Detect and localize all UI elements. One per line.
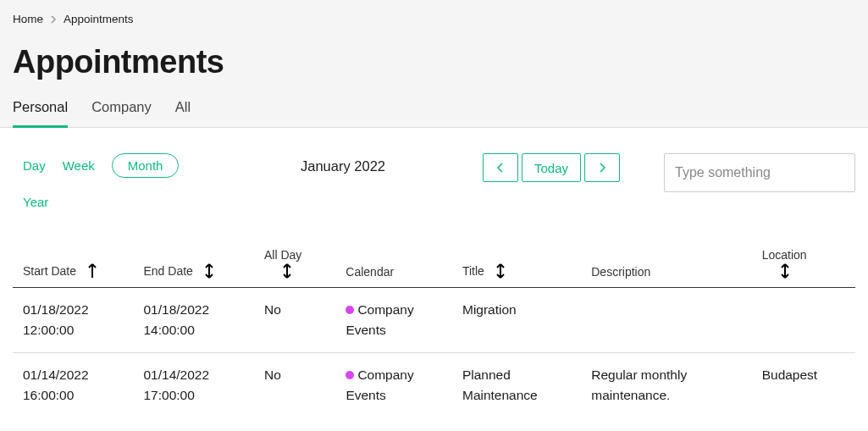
view-toggle-day[interactable]: Day <box>23 153 46 178</box>
cell-title: Migration <box>462 300 591 320</box>
cell-description: Regular monthly maintenance. <box>591 365 761 406</box>
cell-all-day: No <box>264 365 346 385</box>
sort-both-icon <box>205 263 213 279</box>
th-label: Calendar <box>346 265 394 279</box>
calendar-dot-icon <box>346 306 354 314</box>
table-row[interactable]: 01/14/2022 16:00:00 01/14/2022 17:00:00 … <box>13 353 855 417</box>
th-label: End Date <box>144 264 193 278</box>
search-input[interactable] <box>664 153 855 192</box>
th-label: Start Date <box>23 264 76 278</box>
th-all-day[interactable]: All Day <box>264 248 346 279</box>
th-label: Description <box>591 265 650 279</box>
cell-location: Budapest <box>762 365 845 385</box>
th-label: Location <box>762 248 807 262</box>
period-label: January 2022 <box>279 153 483 174</box>
view-toggle-week[interactable]: Week <box>63 153 95 178</box>
cell-calendar-name: Company Events <box>346 367 413 402</box>
chevron-left-icon <box>496 162 505 174</box>
date-nav: Today <box>483 153 620 182</box>
th-start-date[interactable]: Start Date <box>23 263 144 279</box>
cell-calendar: Company Events <box>346 300 462 340</box>
breadcrumb: Home Appointments <box>13 13 855 25</box>
view-toggles: Day Week Month Year <box>13 153 279 214</box>
tab-company[interactable]: Company <box>91 96 152 128</box>
table-body: 01/18/2022 12:00:00 01/18/2022 14:00:00 … <box>13 288 855 417</box>
controls-row: Day Week Month Year January 2022 Today <box>13 153 855 214</box>
cell-calendar-name: Company Events <box>346 302 413 337</box>
chevron-right-icon <box>598 162 606 174</box>
sort-asc-icon <box>88 263 97 279</box>
breadcrumb-home[interactable]: Home <box>13 13 43 25</box>
sort-both-icon <box>496 263 505 279</box>
view-toggle-month[interactable]: Month <box>112 153 180 178</box>
prev-button[interactable] <box>483 153 518 182</box>
cell-all-day: No <box>264 300 346 320</box>
table-header: Start Date End Date All Day <box>13 248 855 288</box>
sort-both-icon <box>781 263 789 279</box>
breadcrumb-current: Appointments <box>64 13 134 25</box>
appointments-table: Start Date End Date All Day <box>13 248 855 417</box>
th-calendar[interactable]: Calendar <box>346 265 462 279</box>
tab-personal[interactable]: Personal <box>13 96 68 128</box>
tabs: Personal Company All <box>0 96 868 128</box>
cell-start-date: 01/18/2022 12:00:00 <box>23 300 144 340</box>
th-description[interactable]: Description <box>591 265 761 279</box>
today-button[interactable]: Today <box>522 153 581 182</box>
cell-start-date: 01/14/2022 16:00:00 <box>23 365 144 406</box>
calendar-dot-icon <box>346 371 354 379</box>
cell-end-date: 01/18/2022 14:00:00 <box>144 300 265 340</box>
sort-both-icon <box>283 263 291 279</box>
table-row[interactable]: 01/18/2022 12:00:00 01/18/2022 14:00:00 … <box>13 288 855 353</box>
cell-end-date: 01/14/2022 17:00:00 <box>144 365 265 406</box>
th-label: All Day <box>264 248 301 262</box>
page-title: Appointments <box>13 44 855 80</box>
th-title[interactable]: Title <box>462 263 591 279</box>
th-label: Title <box>462 264 484 278</box>
cell-title: Planned Maintenance <box>462 365 591 406</box>
th-location[interactable]: Location <box>762 248 845 279</box>
view-toggle-year[interactable]: Year <box>23 190 279 214</box>
chevron-right-icon <box>50 15 57 24</box>
cell-calendar: Company Events <box>346 365 462 406</box>
th-end-date[interactable]: End Date <box>144 263 265 279</box>
next-button[interactable] <box>584 153 620 182</box>
tab-all[interactable]: All <box>175 96 191 128</box>
